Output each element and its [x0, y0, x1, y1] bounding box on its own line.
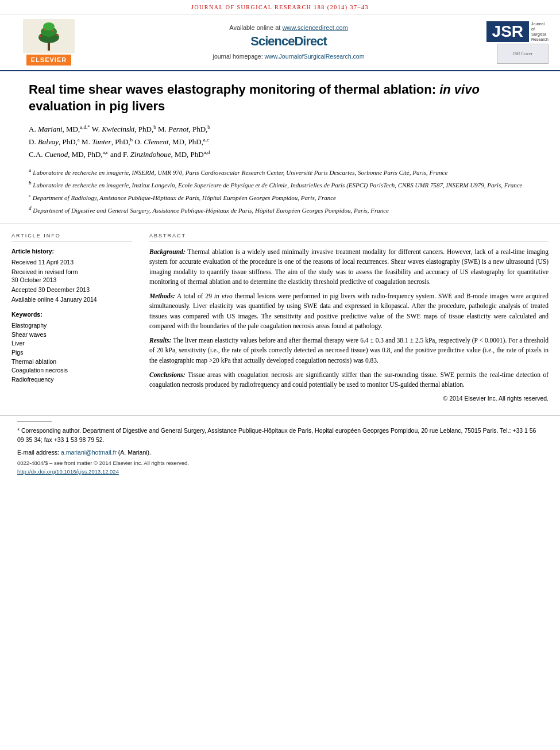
- right-col: ABSTRACT Background: Thermal ablation is…: [149, 232, 549, 404]
- keyword-pigs: Pigs: [11, 348, 132, 357]
- article-info-section-label: ARTICLE INFO: [11, 232, 132, 242]
- article-title-section: Real time shear waves elastography monit…: [0, 71, 560, 224]
- svg-point-8: [52, 30, 54, 32]
- keyword-liver: Liver: [11, 339, 132, 348]
- journal-header: JOURNAL OF SURGICAL RESEARCH 188 (2014) …: [0, 0, 560, 14]
- footer-doi: http://dx.doi.org/10.1016/j.jss.2013.12.…: [17, 468, 543, 476]
- sciencedirect-url[interactable]: www.sciencedirect.com: [282, 24, 347, 31]
- accepted-date: Accepted 30 December 2013: [11, 286, 132, 294]
- elsevier-tree-icon: [23, 19, 75, 53]
- corresponding-label: * Corresponding author.: [17, 427, 81, 434]
- received-date: Received 11 April 2013: [11, 258, 132, 267]
- corresponding-author-info: * Corresponding author. Department of Di…: [17, 426, 543, 445]
- left-col: ARTICLE INFO Article history: Received 1…: [11, 232, 138, 404]
- footer: * Corresponding author. Department of Di…: [0, 415, 560, 482]
- keywords-label: Keywords:: [11, 310, 132, 319]
- abstract-section-label: ABSTRACT: [149, 232, 549, 242]
- keyword-elastography: Elastography: [11, 321, 132, 330]
- homepage-url[interactable]: www.JournalofSurgicalResearch.com: [265, 53, 365, 60]
- results-para: Results: The liver mean elasticity value…: [149, 336, 549, 366]
- sciencedirect-logo: ScienceDirect: [86, 33, 491, 51]
- available-online-text: Available online at www.sciencedirect.co…: [86, 24, 491, 32]
- abstract-content: Background: Thermal ablation is a widely…: [149, 247, 549, 403]
- journal-homepage: journal homepage: www.JournalofSurgicalR…: [86, 52, 491, 61]
- page-wrapper: JOURNAL OF SURGICAL RESEARCH 188 (2014) …: [0, 0, 560, 750]
- authors-line2: D. Balvay, PhD,a M. Tanter, PhD,b O. Cle…: [29, 136, 531, 148]
- methods-para: Methods: A total of 29 in vivo thermal l…: [149, 291, 549, 331]
- background-para: Background: Thermal ablation is a widely…: [149, 247, 549, 287]
- affiliation-a: a Laboratoire de recherche en imagerie, …: [29, 167, 531, 177]
- corresponding-text: Department of Digestive and General Surg…: [17, 427, 536, 443]
- article-title: Real time shear waves elastography monit…: [29, 82, 531, 114]
- footer-divider: [17, 421, 52, 422]
- revised-date: Received in revised form30 October 2013: [11, 268, 132, 284]
- jsr-logo: JSR Journal of Surgical Research JSR Cov…: [491, 21, 549, 64]
- keyword-coagulation-necrosis: Coagulation necrosis: [11, 366, 132, 375]
- authors: A. Mariani, MD,a,d,* W. Kwiecinski, PhD,…: [29, 123, 531, 161]
- authors-line3: C.A. Cuenod, MD, PhD,a,c and F. Zinzindo…: [29, 148, 531, 161]
- copyright: © 2014 Elsevier Inc. All rights reserved…: [149, 394, 549, 403]
- affiliations: a Laboratoire de recherche en imagerie, …: [29, 167, 531, 216]
- keyword-shear-waves: Shear waves: [11, 330, 132, 339]
- article-history-label: Article history:: [11, 247, 132, 256]
- elsevier-text: ELSEVIER: [26, 55, 71, 66]
- jsr-abbreviation: JSR: [486, 21, 529, 42]
- authors-line1: A. Mariani, MD,a,d,* W. Kwiecinski, PhD,…: [29, 123, 531, 136]
- banner-center: Available online at www.sciencedirect.co…: [86, 24, 491, 61]
- keyword-radiofrequency: Radiofrequency: [11, 375, 132, 384]
- jsr-cover-image: JSR Cover: [497, 44, 549, 64]
- affiliation-d: d Department of Digestive and General Su…: [29, 205, 531, 215]
- svg-point-6: [56, 34, 59, 36]
- affiliation-c: c Department of Radiology, Assistance Pu…: [29, 192, 531, 202]
- available-online-date: Available online 4 January 2014: [11, 295, 132, 304]
- email-label: E-mail address:: [17, 449, 59, 456]
- banner: ELSEVIER Available online at www.science…: [0, 14, 560, 71]
- journal-header-text: JOURNAL OF SURGICAL RESEARCH 188 (2014) …: [191, 4, 369, 10]
- svg-point-7: [44, 29, 46, 30]
- author-email[interactable]: a.mariani@hotmail.fr: [61, 449, 117, 456]
- footer-email-line: E-mail address: a.mariani@hotmail.fr (A.…: [17, 448, 543, 457]
- elsevier-logo: ELSEVIER: [11, 19, 86, 66]
- svg-rect-1: [48, 42, 50, 51]
- two-col-section: ARTICLE INFO Article history: Received 1…: [0, 224, 560, 404]
- affiliation-b: b Laboratoire de recherche en imagerie, …: [29, 179, 531, 190]
- keyword-thermal-ablation: Thermal ablation: [11, 357, 132, 366]
- doi-link[interactable]: http://dx.doi.org/10.1016/j.jss.2013.12.…: [17, 468, 119, 475]
- jsr-full-name: Journal of Surgical Research: [531, 21, 549, 42]
- email-suffix: (A. Mariani).: [118, 449, 151, 456]
- footer-issn: 0022-4804/$ – see front matter © 2014 El…: [17, 459, 543, 467]
- svg-point-5: [39, 35, 41, 37]
- conclusions-para: Conclusions: Tissue areas with coagulati…: [149, 370, 549, 390]
